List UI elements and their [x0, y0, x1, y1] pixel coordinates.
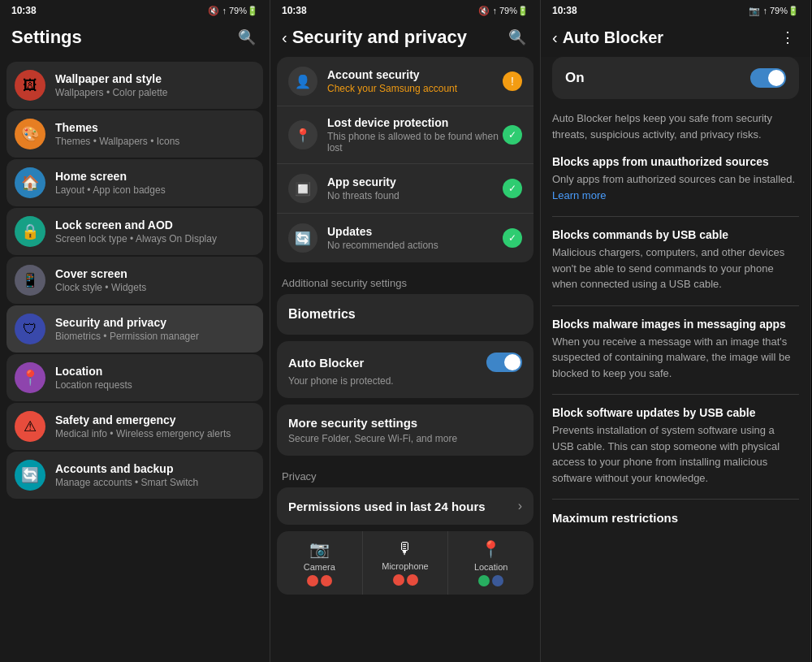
settings-item-safety-emergency[interactable]: ⚠ Safety and emergency Medical info • Wi…: [6, 403, 263, 450]
security-list: 👤 Account security Check your Samsung ac…: [270, 57, 540, 662]
sec-item-app-security[interactable]: 🔲 App security No threats found ✓: [277, 164, 533, 214]
auto-blocker-panel: 10:38 📷 ↑ 79%🔋 ‹ Auto Blocker ⋮ On Auto …: [541, 0, 811, 662]
on-label: On: [565, 70, 585, 86]
perm-dot: [393, 574, 404, 586]
lock-screen-subtitle: Screen lock type • Always On Display: [55, 233, 255, 244]
home-screen-text: Home screen Layout • App icon badges: [55, 170, 255, 197]
divider: [552, 499, 799, 500]
auto-blocker-item[interactable]: Auto Blocker Your phone is protected.: [277, 341, 533, 398]
privacy-label: Privacy: [277, 462, 533, 487]
status-icons-2: 🔇 ↑ 79%🔋: [478, 6, 529, 16]
accounts-backup-text: Accounts and backup Manage accounts • Sm…: [55, 462, 255, 489]
updates-icon: 🔄: [288, 223, 317, 253]
feature-title-block-software-updates: Block software updates by USB cable: [552, 406, 799, 419]
permissions-item[interactable]: Permissions used in last 24 hours ›: [277, 487, 533, 525]
auto-blocker-description: Auto Blocker helps keep you safe from se…: [552, 110, 799, 142]
themes-title: Themes: [55, 121, 255, 135]
feature-title-block-usb-commands: Blocks commands by USB cable: [552, 228, 799, 241]
learn-more-link[interactable]: Learn more: [552, 189, 606, 201]
lock-screen-icon: 🔒: [15, 216, 45, 247]
feature-block-usb-commands: Blocks commands by USB cable Malicious c…: [552, 228, 799, 292]
account-security-icon: 👤: [288, 67, 317, 96]
settings-list: 🖼 Wallpaper and style Wallpapers • Color…: [0, 57, 270, 662]
biometrics-item[interactable]: Biometrics: [277, 294, 533, 335]
settings-title: Settings: [11, 27, 82, 48]
security-privacy-panel: 10:38 🔇 ↑ 79%🔋 ‹ Security and privacy 🔍 …: [270, 0, 541, 662]
wallpaper-icon: 🖼: [15, 70, 45, 101]
sec-item-lost-device[interactable]: 📍 Lost device protection This phone is a…: [277, 106, 533, 164]
more-security-subtitle: Secure Folder, Secure Wi-Fi, and more: [288, 433, 522, 444]
lost-device-status: ✓: [503, 125, 522, 145]
wallpaper-subtitle: Wallpapers • Color palette: [55, 87, 255, 98]
settings-item-home-screen[interactable]: 🏠 Home screen Layout • App icon badges: [6, 159, 263, 206]
security-privacy-text: Security and privacy Biometrics • Permis…: [55, 316, 255, 343]
app-security-subtitle: No threats found: [327, 190, 503, 201]
location-text: Location Location requests: [55, 365, 255, 392]
perm-dot: [492, 575, 503, 586]
more-security-title: More security settings: [288, 416, 522, 430]
more-options-icon[interactable]: ⋮: [776, 26, 799, 49]
security-privacy-title: Security and privacy: [55, 316, 255, 330]
updates-title: Updates: [327, 225, 503, 238]
location-subtitle: Location requests: [55, 379, 255, 391]
accounts-backup-subtitle: Manage accounts • Smart Switch: [55, 477, 255, 488]
on-toggle-row: On: [552, 57, 799, 99]
security-main-section: 👤 Account security Check your Samsung ac…: [277, 57, 533, 262]
settings-panel: 10:38 🔇 ↑ 79%🔋 Settings 🔍 🖼 Wallpaper an…: [0, 0, 270, 662]
perm-col-location[interactable]: 📍 Location: [448, 531, 533, 595]
status-icons-1: 🔇 ↑ 79%🔋: [208, 6, 258, 16]
microphone-icon: 🎙: [397, 539, 413, 558]
microphone-label: Microphone: [382, 561, 428, 571]
status-time-1: 10:38: [11, 5, 37, 16]
auto-blocker-title: Auto Blocker: [288, 356, 364, 370]
auto-blocker-row: Auto Blocker: [288, 353, 522, 372]
lost-device-text: Lost device protection This phone is all…: [327, 116, 503, 154]
wallpaper-title: Wallpaper and style: [55, 72, 255, 86]
camera-label: Camera: [304, 562, 335, 572]
settings-item-lock-screen[interactable]: 🔒 Lock screen and AOD Screen lock type •…: [6, 208, 263, 255]
app-security-status: ✓: [503, 179, 522, 198]
perm-col-microphone[interactable]: 🎙 Microphone: [363, 531, 449, 595]
search-icon-2[interactable]: 🔍: [506, 26, 529, 49]
feature-divider-3: [552, 394, 799, 395]
features-container: Blocks apps from unauthorized sources On…: [552, 155, 799, 486]
settings-item-accounts-backup[interactable]: 🔄 Accounts and backup Manage accounts • …: [6, 452, 263, 499]
feature-desc-block-unauthorized: Only apps from authorized sources can be…: [552, 171, 799, 203]
status-time-2: 10:38: [282, 5, 307, 16]
cover-screen-text: Cover screen Clock style • Widgets: [55, 267, 255, 294]
home-screen-icon: 🏠: [15, 167, 45, 198]
accounts-backup-title: Accounts and backup: [55, 462, 255, 476]
status-icons-3: 📷 ↑ 79%🔋: [749, 6, 799, 16]
sec-item-account-security[interactable]: 👤 Account security Check your Samsung ac…: [277, 57, 533, 106]
themes-subtitle: Themes • Wallpapers • Icons: [55, 136, 255, 147]
more-security-item[interactable]: More security settings Secure Folder, Se…: [277, 405, 533, 456]
camera-icon: 📷: [309, 539, 330, 559]
account-security-subtitle: Check your Samsung account: [327, 83, 503, 94]
perm-col-camera[interactable]: 📷 Camera: [277, 531, 363, 595]
status-bar-2: 10:38 🔇 ↑ 79%🔋: [270, 0, 540, 19]
back-button-2[interactable]: ‹: [282, 28, 287, 47]
settings-item-wallpaper[interactable]: 🖼 Wallpaper and style Wallpapers • Color…: [6, 62, 263, 109]
back-button-3[interactable]: ‹: [552, 28, 558, 47]
additional-security-label: Additional security settings: [277, 269, 533, 294]
cover-screen-title: Cover screen: [55, 267, 255, 281]
settings-item-security-privacy[interactable]: 🛡 Security and privacy Biometrics • Perm…: [6, 305, 263, 353]
sec-item-updates[interactable]: 🔄 Updates No recommended actions ✓: [277, 214, 533, 262]
microphone-dots: [393, 574, 418, 586]
search-icon[interactable]: 🔍: [235, 26, 258, 49]
app-security-icon: 🔲: [288, 174, 317, 203]
settings-item-location[interactable]: 📍 Location Location requests: [6, 354, 263, 401]
status-time-3: 10:38: [552, 5, 577, 16]
settings-item-cover-screen[interactable]: 📱 Cover screen Clock style • Widgets: [6, 257, 263, 304]
settings-header: Settings 🔍: [0, 19, 270, 57]
settings-item-themes[interactable]: 🎨 Themes Themes • Wallpapers • Icons: [6, 110, 263, 158]
status-bar-1: 10:38 🔇 ↑ 79%🔋: [0, 0, 270, 19]
perm-dot: [307, 575, 318, 586]
lost-device-icon: 📍: [288, 120, 317, 149]
home-screen-title: Home screen: [55, 170, 255, 184]
security-header: ‹ Security and privacy 🔍: [270, 19, 540, 57]
feature-title-block-malware-images: Blocks malware images in messaging apps: [552, 318, 799, 331]
on-toggle[interactable]: [750, 68, 786, 88]
auto-blocker-toggle[interactable]: [486, 353, 522, 372]
settings-header-icons: 🔍: [235, 26, 258, 49]
